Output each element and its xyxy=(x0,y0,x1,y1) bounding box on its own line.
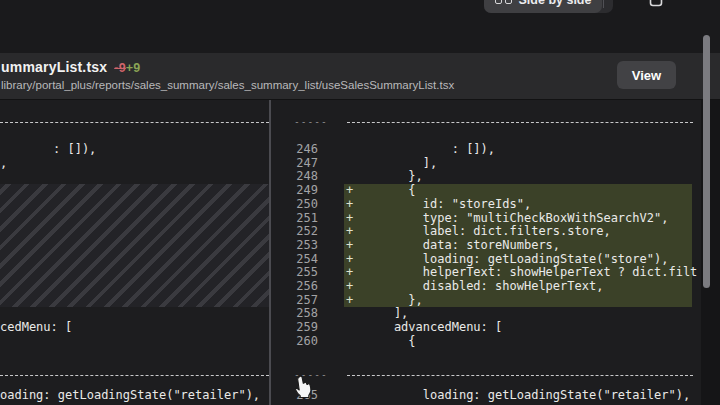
code-text: cedMenu: [ xyxy=(0,321,72,335)
gutter-separator-dashes: ----- xyxy=(294,115,328,129)
hunk-separator xyxy=(0,122,269,123)
diff-view: : []),,cedMenu: [oading: getLoadingState… xyxy=(0,100,720,405)
line-number: 258 xyxy=(271,307,318,321)
diff-right-pane: ----- 246 : []),247 ],248 },249+ {250+ i… xyxy=(271,100,701,405)
diff-row: 260 { xyxy=(271,335,701,349)
code-text: : []), xyxy=(53,143,96,157)
line-number: 254 xyxy=(271,253,318,267)
code-text: data: storeNumbers, xyxy=(365,239,560,253)
code-text: label: dict.filters.store, xyxy=(365,225,611,239)
diff-row: 249+ { xyxy=(271,184,701,198)
view-mode-side-by-side[interactable]: Side by side xyxy=(484,0,602,13)
code-text: loading: getLoadingState("store"), xyxy=(365,253,668,267)
code-text: helperText: showHelperText ? dict.filt xyxy=(365,266,697,280)
line-number: 256 xyxy=(271,280,318,294)
diff-row: 246 : []), xyxy=(271,143,701,157)
segment-divider xyxy=(603,0,604,8)
gutter-separator-dashes: ----- xyxy=(294,368,328,382)
export-button[interactable] xyxy=(649,0,663,7)
diff-marker-added: + xyxy=(346,212,353,226)
diff-row: 255+ helperText: showHelperText ? dict.f… xyxy=(271,266,701,280)
diff-row: 258 ], xyxy=(271,307,701,321)
line-number: 259 xyxy=(271,321,318,335)
diff-marker-added: + xyxy=(346,253,353,267)
diff-marker-added: + xyxy=(346,198,353,212)
hunk-separator xyxy=(0,375,269,376)
side-by-side-icon xyxy=(495,0,512,4)
line-number: 255 xyxy=(271,266,318,280)
file-title-row: ummaryList.tsx -9+9 xyxy=(1,59,140,75)
view-button[interactable]: View xyxy=(617,61,676,89)
diff-row: 252+ label: dict.filters.store, xyxy=(271,225,701,239)
line-number: 249 xyxy=(271,184,318,198)
code-text: ], xyxy=(365,307,408,321)
hunk-separator xyxy=(347,122,693,123)
code-text: type: "multiCheckBoxWithSearchV2", xyxy=(365,212,668,226)
code-text: oading: getLoadingState("retailer"), xyxy=(0,389,260,403)
diff-marker-added: + xyxy=(346,266,353,280)
code-text: id: "storeIds", xyxy=(365,198,531,212)
line-number: 257 xyxy=(271,294,318,308)
export-icon xyxy=(649,0,663,7)
code-text: : []), xyxy=(365,143,495,157)
code-text: loading: getLoadingState("retailer"), xyxy=(365,389,690,403)
diff-marker-added: + xyxy=(346,239,353,253)
code-text: ], xyxy=(365,157,437,171)
diff-row: 256+ disabled: showHelperText, xyxy=(271,280,701,294)
diff-filler-hatch xyxy=(0,184,269,307)
line-number: 251 xyxy=(271,212,318,226)
diff-marker-added: + xyxy=(346,294,353,308)
hunk-separator xyxy=(347,375,693,376)
scrollbar-thumb[interactable] xyxy=(703,35,710,288)
code-text: }, xyxy=(365,170,423,184)
code-text: { xyxy=(365,335,416,349)
file-header: ummaryList.tsx -9+9 library/portal_plus/… xyxy=(0,53,720,100)
additions-count: +9 xyxy=(126,61,141,75)
deletions-count: -9 xyxy=(114,61,126,75)
diff-row: 251+ type: "multiCheckBoxWithSearchV2", xyxy=(271,212,701,226)
code-text: }, xyxy=(365,294,423,308)
line-number: 260 xyxy=(271,335,318,349)
diff-row: 257+ }, xyxy=(271,294,701,308)
diff-row: 247 ], xyxy=(271,157,701,171)
line-number: 248 xyxy=(271,170,318,184)
file-path: library/portal_plus/reports/sales_summar… xyxy=(1,79,454,91)
diff-marker-added: + xyxy=(346,184,353,198)
line-number: 246 xyxy=(271,143,318,157)
file-name: ummaryList.tsx xyxy=(1,59,107,75)
code-text: disabled: showHelperText, xyxy=(365,280,603,294)
line-number: 252 xyxy=(271,225,318,239)
diff-row: 253+ data: storeNumbers, xyxy=(271,239,701,253)
line-number: 265 xyxy=(271,389,318,403)
diff-marker-added: + xyxy=(346,280,353,294)
line-number: 247 xyxy=(271,157,318,171)
diff-row: 250+ id: "storeIds", xyxy=(271,198,701,212)
diff-row: 265 loading: getLoadingState("retailer")… xyxy=(271,389,701,403)
code-text: advancedMenu: [ xyxy=(365,321,502,335)
code-text: { xyxy=(365,184,416,198)
diff-marker-added: + xyxy=(346,225,353,239)
code-text: , xyxy=(0,157,7,171)
line-number: 253 xyxy=(271,239,318,253)
diff-stats: -9+9 xyxy=(114,61,140,75)
diff-row: 254+ loading: getLoadingState("store"), xyxy=(271,253,701,267)
diff-row: 248 }, xyxy=(271,170,701,184)
diff-row: 259 advancedMenu: [ xyxy=(271,321,701,335)
diff-left-pane: : []),,cedMenu: [oading: getLoadingState… xyxy=(0,100,269,405)
line-number: 250 xyxy=(271,198,318,212)
view-mode-label: Side by side xyxy=(519,0,592,7)
view-mode-toggle[interactable]: Side by side xyxy=(484,0,613,13)
